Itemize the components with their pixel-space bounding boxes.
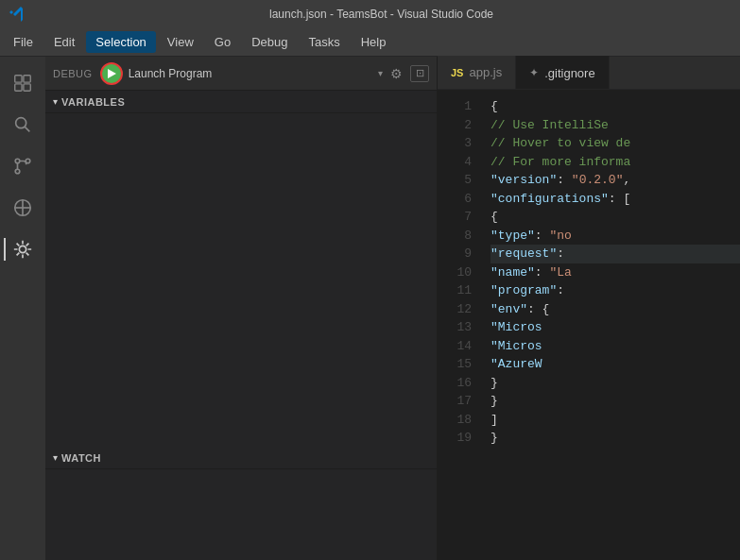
tab-gitignore-label: .gitignore (544, 66, 594, 80)
line-number: 3 (438, 134, 472, 153)
line-number: 11 (438, 281, 472, 300)
svg-point-4 (16, 118, 26, 128)
code-line: // For more informa (490, 153, 740, 172)
app-icon (9, 7, 25, 22)
main-layout: DEBUG Launch Program ▾ ⚙ ⊡ ▾ VARIABLES ▾… (0, 57, 740, 560)
variables-content (45, 113, 437, 447)
code-line: "name": "La (490, 263, 740, 282)
line-number: 9 (438, 245, 472, 263)
svg-point-8 (15, 169, 20, 174)
svg-rect-2 (15, 84, 22, 91)
debug-activity-icon[interactable] (4, 230, 42, 268)
svg-line-13 (17, 244, 20, 246)
window-title: launch.json - TeamsBot - Visual Studio C… (32, 8, 731, 21)
tab-gitignore[interactable]: ✦ .gitignore (516, 56, 609, 89)
code-line: "request": (490, 245, 740, 263)
start-debug-button[interactable] (100, 62, 123, 85)
watch-section-header[interactable]: ▾ WATCH (45, 447, 437, 469)
search-activity-icon[interactable] (4, 106, 42, 144)
code-line: ] (490, 411, 740, 430)
code-line: "Micros (490, 337, 740, 356)
code-line: "type": "no (490, 227, 740, 246)
menu-selection[interactable]: Selection (86, 31, 155, 53)
code-line: { (490, 97, 740, 116)
code-line: "configurations": [ (490, 190, 740, 209)
menu-debug[interactable]: Debug (242, 31, 297, 53)
code-line: "version": "0.2.0", (490, 171, 740, 190)
line-number: 10 (438, 263, 472, 282)
debug-toolbar: DEBUG Launch Program ▾ ⚙ ⊡ (45, 57, 437, 91)
code-line: "Micros (490, 318, 740, 337)
editor-area: JS app.js ✦ .gitignore 12345678910111213… (438, 57, 740, 560)
svg-line-16 (26, 244, 29, 246)
svg-rect-1 (24, 76, 30, 82)
file-icon: ✦ (529, 66, 539, 79)
code-line: // Hover to view de (490, 134, 740, 153)
watch-arrow-icon: ▾ (53, 452, 58, 463)
menu-go[interactable]: Go (205, 31, 240, 53)
svg-line-14 (26, 253, 29, 256)
code-area[interactable]: 12345678910111213141516171819 { // Use I… (438, 90, 740, 560)
line-numbers: 12345678910111213141516171819 (438, 90, 483, 560)
tab-app-js[interactable]: JS app.js (438, 56, 516, 89)
variables-section-header[interactable]: ▾ VARIABLES (45, 91, 437, 113)
play-icon (108, 69, 116, 78)
watch-section-label: WATCH (61, 452, 101, 464)
svg-point-12 (19, 246, 26, 252)
svg-rect-0 (15, 76, 22, 82)
settings-icon[interactable]: ⚙ (388, 64, 404, 83)
code-line: { (490, 208, 740, 227)
js-file-icon: JS (451, 67, 463, 78)
line-number: 2 (438, 116, 472, 135)
code-line: } (490, 374, 740, 393)
code-content[interactable]: { // Use IntelliSe // Hover to view de /… (483, 90, 740, 560)
line-number: 5 (438, 171, 472, 190)
debug-label: DEBUG (53, 68, 93, 79)
explorer-activity-icon[interactable] (4, 64, 42, 102)
extensions-activity-icon[interactable] (4, 189, 42, 227)
line-number: 14 (438, 337, 472, 356)
line-number: 18 (438, 411, 472, 430)
svg-line-5 (25, 127, 29, 131)
line-number: 19 (438, 429, 472, 448)
menu-help[interactable]: Help (352, 31, 396, 53)
menu-tasks[interactable]: Tasks (299, 31, 349, 53)
code-line: "program": (490, 281, 740, 300)
menu-edit[interactable]: Edit (44, 31, 84, 53)
svg-point-6 (15, 159, 20, 163)
dropdown-arrow-icon[interactable]: ▾ (378, 68, 383, 78)
menu-file[interactable]: File (4, 31, 43, 53)
debug-sidebar: DEBUG Launch Program ▾ ⚙ ⊡ ▾ VARIABLES ▾… (45, 57, 438, 560)
code-line: "AzureW (490, 355, 740, 374)
title-bar: launch.json - TeamsBot - Visual Studio C… (0, 0, 740, 28)
config-name: Launch Program (129, 67, 372, 80)
variables-section-label: VARIABLES (61, 96, 125, 108)
line-number: 17 (438, 392, 472, 411)
line-number: 4 (438, 153, 472, 172)
line-number: 1 (438, 97, 472, 116)
line-number: 16 (438, 374, 472, 393)
watch-section: ▾ WATCH (45, 447, 437, 560)
variables-arrow-icon: ▾ (53, 96, 58, 107)
line-number: 13 (438, 318, 472, 337)
line-number: 6 (438, 190, 472, 209)
code-line: // Use IntelliSe (490, 116, 740, 135)
line-number: 8 (438, 227, 472, 246)
tab-app-js-label: app.js (469, 65, 502, 79)
svg-line-15 (17, 253, 20, 256)
tab-bar: JS app.js ✦ .gitignore (438, 57, 740, 90)
code-line: } (490, 429, 740, 448)
line-number: 7 (438, 208, 472, 227)
menu-view[interactable]: View (158, 31, 203, 53)
terminal-icon[interactable]: ⊡ (410, 65, 429, 82)
code-line: } (490, 392, 740, 411)
svg-rect-3 (24, 84, 30, 91)
activity-bar (0, 57, 45, 560)
code-line: "env": { (490, 300, 740, 319)
source-control-activity-icon[interactable] (4, 147, 42, 185)
line-number: 15 (438, 355, 472, 374)
line-number: 12 (438, 300, 472, 319)
watch-content (45, 469, 437, 560)
menu-bar: File Edit Selection View Go Debug Tasks … (0, 28, 740, 57)
